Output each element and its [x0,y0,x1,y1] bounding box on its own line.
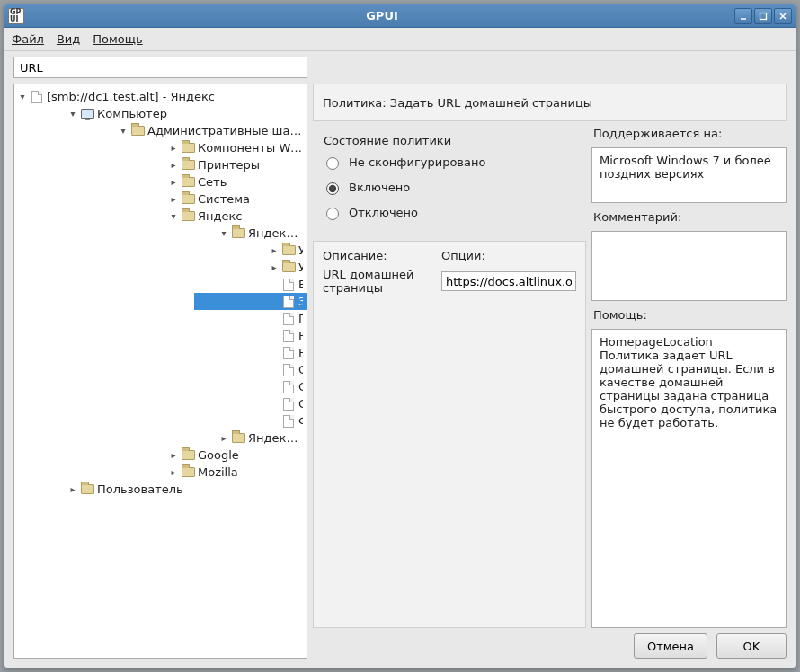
chevron-right-icon[interactable]: ▸ [167,190,180,208]
folder-icon [280,243,297,258]
policy-header: Политика: Задать URL домашней страницы [313,84,787,121]
tree-label: Удалённые правила [298,242,303,259]
minimize-button[interactable] [734,8,752,24]
comment-label: Комментарий: [593,210,787,224]
radio-input[interactable] [326,182,339,195]
maximize-button[interactable] [754,8,772,24]
radio-input[interactable] [326,157,339,170]
chevron-right-icon[interactable]: ▸ [218,429,230,447]
tree-node-doc-selected[interactable]: ▸ Задать URL домашней стра... [194,293,307,310]
tree-node-computer[interactable]: ▾ Компьютер [50,105,307,122]
radio-input[interactable] [326,208,339,220]
help-box: HomepageLocation Политика задает URL дом… [591,329,787,628]
menu-help[interactable]: Помощь [93,32,142,46]
window-buttons [734,8,792,24]
policy-state-group: Состояние политики Не сконфигурировано В… [313,125,586,234]
document-icon [280,278,297,292]
app-icon: GP UI [8,8,24,24]
tree-pane[interactable]: ▾ [smb://dc1.test.alt] - Яндекс ▾ Компью… [13,84,307,659]
tree-node-doc[interactable]: ▸ Файлы cookie, сохраненные... [194,412,307,429]
chevron-right-icon[interactable]: ▸ [67,481,79,498]
folder-icon [180,158,196,172]
tree-node-system[interactable]: ▸ Система [122,190,307,208]
tree-node-yandex-browser-defaults[interactable]: ▸ Яндекс.Браузер: настройки по ... [158,429,307,447]
option-value-input[interactable] [441,271,576,291]
cancel-button[interactable]: Отмена [634,633,707,659]
comment-box[interactable] [591,231,787,301]
tree-node-doc[interactable]: ▸ Список URL, которые не дол... [194,378,307,395]
document-icon [280,380,297,394]
detail-right-column: Поддерживается на: Microsoft Windows 7 и… [591,125,787,628]
help-label: Помощь: [593,308,787,322]
window-title: GPUI [30,4,734,28]
document-icon [280,363,297,377]
folder-icon [230,431,246,446]
document-icon [280,346,297,360]
tree-label: Разрешить автоматически ... [298,327,303,344]
ok-button[interactable]: OK [716,633,787,659]
tree-node-doc[interactable]: ▸ Передавать Referer URL при... [194,310,307,327]
chevron-right-icon[interactable]: ▸ [167,447,180,464]
tree-label: Список URL, которым доступ... [298,395,303,412]
folder-icon [230,226,246,241]
tree-node-removed-rules[interactable]: ▸ Удалённые правила [194,242,307,259]
menu-file[interactable]: Файл [12,32,44,46]
option-name: URL домашней страницы [323,268,441,295]
chevron-down-icon[interactable]: ▾ [218,225,230,242]
tree-label: Административные шаблоны [147,122,303,139]
chevron-right-icon[interactable]: ▸ [167,464,180,481]
chevron-down-icon[interactable]: ▾ [67,105,79,122]
tree-node-network[interactable]: ▸ Сеть [122,173,307,190]
tree-label: Файлы cookie, сохраненные... [298,412,303,429]
chevron-down-icon[interactable]: ▾ [16,88,29,105]
tree-node-user[interactable]: ▸ Пользователь [50,481,307,498]
titlebar: GP UI GPUI [4,4,796,28]
detail-pane: Политика: Задать URL домашней страницы С… [313,84,787,659]
content: ▾ [smb://dc1.test.alt] - Яндекс ▾ Компью… [4,51,796,668]
tree-label: Устаревшие правила [298,259,303,276]
chevron-right-icon[interactable]: ▸ [167,173,180,190]
document-icon [280,329,297,343]
tree-node-yandex[interactable]: ▾ Яндекс [122,208,307,225]
tree-label: Сеть [198,173,227,190]
tree-label: Разрешить доступ к списку ... [298,344,303,361]
options-label: Опции: [441,249,576,262]
tree-label: Передавать Referer URL при... [298,310,303,327]
chevron-right-icon[interactable]: ▸ [167,139,180,156]
search-input[interactable] [13,57,307,78]
tree-node-doc[interactable]: ▸ Разрешить автоматически ... [194,327,307,344]
tree-node-printers[interactable]: ▸ Принтеры [122,156,307,173]
menu-view[interactable]: Вид [57,32,80,46]
tree-node-google[interactable]: ▸ Google [122,447,307,464]
folder-icon [180,209,196,224]
chevron-down-icon[interactable]: ▾ [117,122,129,139]
tree-node-yandex-browser[interactable]: ▾ Яндекс.Браузер [158,225,307,242]
tree-node-doc[interactable]: ▸ Разрешить доступ к списку ... [194,344,307,361]
chevron-down-icon[interactable]: ▾ [167,208,180,225]
document-icon [280,397,297,411]
tree-node-doc[interactable]: ▸ Список URL, которым доступ... [194,395,307,412]
tree-label: Принтеры [198,156,260,173]
radio-not-configured[interactable]: Не сконфигурировано [322,149,577,174]
radio-disabled[interactable]: Отключено [322,199,577,225]
tree-node-windows-components[interactable]: ▸ Компоненты Windows [122,139,307,156]
folder-icon [180,192,196,207]
radio-label: Включено [349,181,410,194]
radio-enabled[interactable]: Включено [322,174,577,199]
folder-icon [180,465,196,480]
chevron-right-icon[interactable]: ▸ [268,259,280,276]
tree-node-mozilla[interactable]: ▸ Mozilla [122,464,307,481]
tree-node-root[interactable]: ▾ [smb://dc1.test.alt] - Яндекс [14,88,307,105]
tree-node-deprecated-rules[interactable]: ▸ Устаревшие правила [194,259,307,276]
radio-label: Не сконфигурировано [349,155,485,169]
supported-box: Microsoft Windows 7 и более поздних верс… [591,147,787,203]
tree-label: Система [198,190,250,208]
tree-label: [smb://dc1.test.alt] - Яндекс [47,88,215,105]
chevron-right-icon[interactable]: ▸ [268,242,280,259]
document-icon [280,414,297,429]
tree-node-doc[interactable]: ▸ Блокировка доступа к списк... [194,276,307,293]
tree-node-doc[interactable]: ▸ Список URL, которые будут ... [194,361,307,378]
tree-node-admin-templates[interactable]: ▾ Административные шаблоны [86,122,307,139]
chevron-right-icon[interactable]: ▸ [167,156,180,173]
close-button[interactable] [774,8,792,24]
